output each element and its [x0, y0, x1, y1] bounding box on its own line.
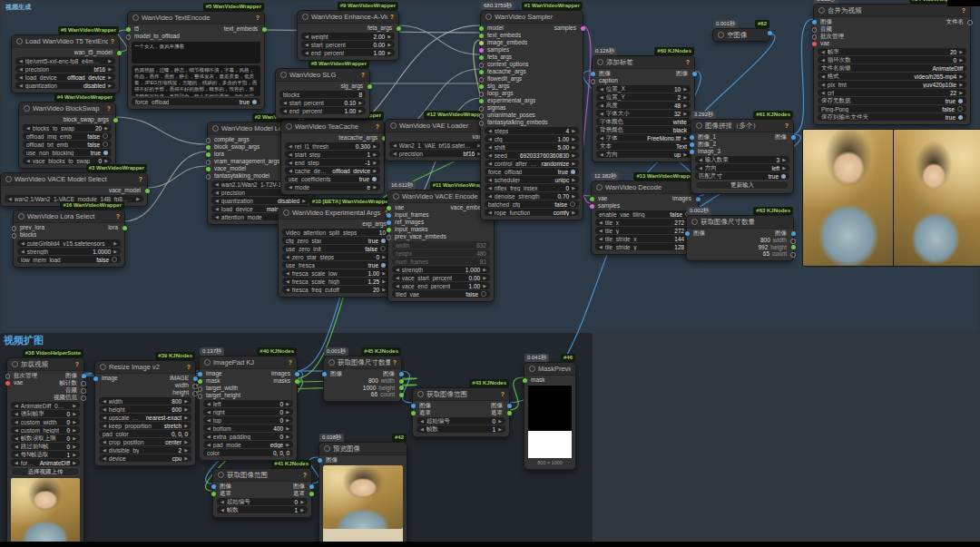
arrow-right-icon[interactable]: ▶ — [483, 275, 486, 280]
arrow-right-icon[interactable]: ▶ — [382, 270, 386, 276]
arrow-left-icon[interactable]: ◀ — [283, 100, 287, 105]
toggle-low_mem_load[interactable]: low_mem_loadfalse — [17, 256, 121, 263]
arrow-left-icon[interactable]: ◀ — [15, 411, 18, 416]
arrow-right-icon[interactable]: ▶ — [382, 278, 386, 284]
arrow-left-icon[interactable]: ◀ — [488, 210, 492, 215]
widget-blocks[interactable]: blocks8 — [279, 91, 366, 98]
input-slot-dot-vae[interactable] — [812, 42, 817, 46]
arrow-left-icon[interactable]: ◀ — [305, 50, 309, 55]
toggle-保存元数据[interactable]: 保存元数据true — [818, 97, 966, 104]
collapse-icon[interactable] — [328, 359, 335, 366]
arrow-left-icon[interactable]: ◀ — [821, 90, 825, 95]
arrow-left-icon[interactable]: ◀ — [488, 136, 492, 142]
node-titlebar[interactable]: WanVideo VACE Model Select? — [1, 173, 147, 186]
node-titlebar[interactable]: MaskPreview — [524, 363, 575, 376]
prompt-textarea[interactable]: 一个女人，微风平拂着 — [132, 42, 260, 63]
help-icon[interactable]: ? — [289, 359, 292, 366]
input-slot-dot-fantasytalking_model[interactable] — [206, 174, 211, 180]
toggle-保存到输出文件夹[interactable]: 保存到输出文件夹true — [818, 113, 966, 121]
collapse-icon[interactable] — [286, 123, 292, 130]
arrow-left-icon[interactable]: ◀ — [21, 240, 24, 246]
arrow-left-icon[interactable]: ◀ — [19, 58, 23, 63]
widget-end_percent[interactable]: ◀end_percent1.00▶ — [279, 107, 366, 114]
arrow-right-icon[interactable]: ▶ — [73, 435, 76, 441]
node-titlebar[interactable]: ImagePad KJ? — [200, 357, 297, 369]
input-slot-dot-图像[interactable] — [685, 231, 690, 236]
arrow-left-icon[interactable]: ◀ — [207, 425, 211, 431]
widget-height[interactable]: ◀height600▶ — [99, 405, 191, 413]
arrow-right-icon[interactable]: ▶ — [108, 83, 112, 88]
widget-keep_proportion[interactable]: ◀keep_proportionstretch▶ — [99, 422, 191, 429]
arrow-left-icon[interactable]: ◀ — [305, 34, 309, 39]
arrow-left-icon[interactable]: ◀ — [207, 434, 211, 439]
arrow-left-icon[interactable]: ◀ — [599, 236, 603, 241]
output-slot-dot-遮罩[interactable] — [309, 492, 314, 496]
arrow-left-icon[interactable]: ◀ — [821, 73, 825, 79]
widget-crf[interactable]: ◀crf22▶ — [818, 89, 966, 96]
widget-位置_Y[interactable]: ◀位置_Y2▶ — [596, 93, 691, 101]
widget-vace_start_percent[interactable]: ◀vace_start_percent0.00▶ — [392, 274, 490, 281]
node-titlebar[interactable]: 获取图像范围? — [213, 469, 311, 482]
arrow-right-icon[interactable]: ▶ — [104, 125, 108, 131]
widget-tile_stride_x[interactable]: ◀tile_stride_x144▶ — [595, 235, 694, 242]
toggle-batched_cfg[interactable]: batched_cfgfalse — [485, 200, 579, 208]
widget-left[interactable]: ◀left0▶ — [203, 400, 293, 407]
collapse-icon[interactable] — [204, 359, 211, 366]
toggle-icon[interactable] — [103, 151, 108, 155]
collapse-icon[interactable] — [393, 193, 399, 200]
arrow-right-icon[interactable]: ▶ — [572, 177, 575, 182]
input-slot-dot-feta_args[interactable] — [479, 55, 484, 60]
widget-fresca_scale_low[interactable]: ◀fresca_scale_low1.00▶ — [282, 269, 389, 277]
widget-rope_function[interactable]: ◀rope_functioncomfy▶ — [485, 209, 579, 216]
collapse-icon[interactable] — [218, 472, 224, 478]
arrow-left-icon[interactable]: ◀ — [289, 151, 292, 157]
input-slot-dot-samples[interactable] — [479, 48, 484, 53]
widget-帧率[interactable]: ◀帧率20▶ — [818, 48, 966, 55]
widget-format[interactable]: ◀formatAnimateDiff▶ — [11, 459, 80, 466]
toggle-icon[interactable] — [381, 263, 386, 268]
arrow-left-icon[interactable]: ◀ — [488, 177, 492, 182]
widget-start_percent[interactable]: ◀start_percent0.00▶ — [301, 41, 395, 48]
arrow-left-icon[interactable]: ◀ — [600, 103, 603, 108]
help-icon[interactable]: ? — [962, 7, 965, 14]
output-slot-dot-block_swap_args[interactable] — [113, 118, 118, 122]
arrow-right-icon[interactable]: ▶ — [286, 425, 289, 431]
widget-shift[interactable]: ◀shift5.00▶ — [485, 143, 579, 151]
widget-帧数[interactable]: ◀帧数1▶ — [217, 506, 308, 513]
widget-帧数[interactable]: ◀帧数1▶ — [416, 425, 505, 433]
arrow-left-icon[interactable]: ◀ — [821, 82, 825, 87]
widget-load_device[interactable]: ◀load_deviceoffload_device▶ — [15, 73, 115, 81]
widget-precision[interactable]: ◀precisionbf16▶ — [389, 150, 485, 157]
toggle-icon[interactable] — [570, 201, 575, 207]
widget-cache_device[interactable]: ◀cache_deviceoffload_device▶ — [285, 167, 380, 174]
arrow-left-icon[interactable]: ◀ — [103, 398, 106, 404]
input-slot-dot-遮罩[interactable] — [211, 492, 216, 496]
toggle-Ping-Pong[interactable]: Ping-Pongfalse — [818, 105, 966, 112]
widget-rel_l1_thresh[interactable]: ◀rel_l1_thresh0.300▶ — [285, 142, 380, 150]
input-slot-dot-fantasytalking_embeds[interactable] — [479, 121, 485, 126]
arrow-left-icon[interactable]: ◀ — [19, 66, 23, 72]
arrow-left-icon[interactable]: ◀ — [600, 86, 603, 92]
arrow-right-icon[interactable]: ▶ — [108, 58, 112, 63]
toggle-offload_img_emb[interactable]: offload_img_embfalse — [23, 132, 112, 140]
arrow-right-icon[interactable]: ▶ — [286, 442, 289, 447]
widget-AnimateDiff_00020-m-[interactable]: ◀AnimateDiff_00020.m…▶ — [11, 402, 80, 409]
toggle-icon[interactable] — [380, 246, 386, 251]
arrow-left-icon[interactable]: ◀ — [305, 42, 309, 47]
toggle-use_non_blocking[interactable]: use_non_blockingtrue — [23, 149, 112, 156]
toggle-icon[interactable] — [958, 99, 963, 103]
input-slot-dot-image[interactable] — [93, 376, 98, 381]
arrow-left-icon[interactable]: ◀ — [103, 423, 106, 428]
collapse-icon[interactable] — [324, 445, 330, 452]
widget-steps[interactable]: ◀steps4▶ — [485, 127, 579, 134]
output-slot-dot-图像[interactable] — [309, 484, 314, 489]
arrow-right-icon[interactable]: ▶ — [959, 90, 963, 95]
help-icon[interactable]: ? — [256, 15, 260, 21]
arrow-right-icon[interactable]: ▶ — [184, 423, 188, 428]
input-slot-dot-图像[interactable] — [411, 404, 416, 408]
input-slot-dot-图像[interactable] — [591, 72, 595, 76]
arrow-left-icon[interactable]: ◀ — [393, 151, 397, 156]
node-titlebar[interactable]: 空图像 — [713, 29, 769, 41]
button-选择视频上传[interactable]: 选择视频上传 — [11, 467, 80, 476]
input-slot-dot-遮罩[interactable] — [411, 411, 416, 415]
